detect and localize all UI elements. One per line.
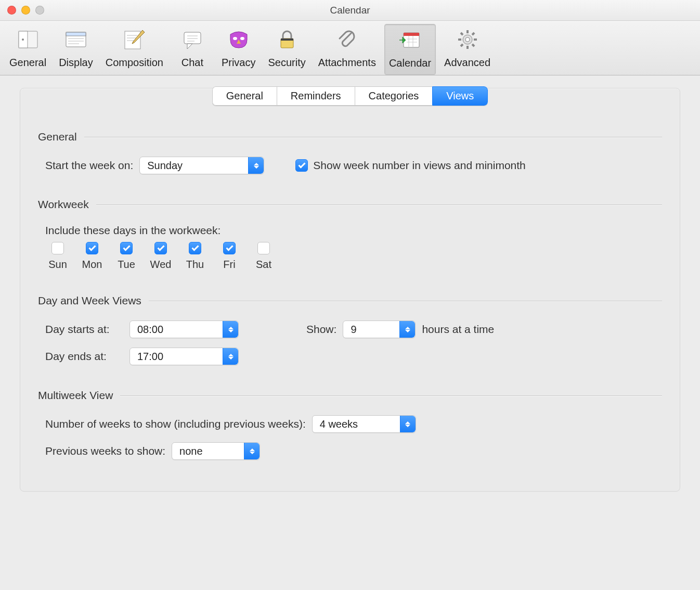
section-title: Multiweek View xyxy=(38,389,120,402)
subtab-reminders[interactable]: Reminders xyxy=(277,86,355,106)
toolbar-label: Privacy xyxy=(222,57,256,69)
subtab-bar: General Reminders Categories Views xyxy=(212,86,488,106)
show-hours-select[interactable]: 9 xyxy=(343,320,416,338)
toolbar-label: Attachments xyxy=(318,57,376,69)
workweek-day-sun[interactable] xyxy=(51,242,64,254)
svg-marker-14 xyxy=(187,44,192,49)
chevron-updown-icon xyxy=(223,348,238,365)
paperclip-icon xyxy=(334,27,359,55)
toolbar-label: Chat xyxy=(182,57,203,69)
subtab-categories[interactable]: Categories xyxy=(355,86,433,106)
workweek-days: Sun Mon Tue Wed Thu Fri xyxy=(45,242,662,271)
prev-weeks-select[interactable]: none xyxy=(172,442,260,460)
toolbar-display[interactable]: Display xyxy=(55,24,97,75)
svg-line-36 xyxy=(461,44,463,46)
day-ends-value: 17:00 xyxy=(137,351,163,363)
num-weeks-value: 4 weeks xyxy=(320,418,358,430)
day-starts-label: Day starts at: xyxy=(45,323,123,336)
window-icon xyxy=(63,27,88,55)
section-title: Day and Week Views xyxy=(38,294,149,307)
svg-line-37 xyxy=(472,33,474,35)
subtab-views[interactable]: Views xyxy=(432,86,488,106)
start-week-select[interactable]: Sunday xyxy=(139,157,264,174)
toolbar-advanced[interactable]: Advanced xyxy=(440,24,495,75)
show-hours-after: hours at a time xyxy=(422,323,494,336)
toolbar-label: Advanced xyxy=(444,57,490,69)
workweek-include-label: Include these days in the workweek: xyxy=(45,224,221,237)
prev-weeks-value: none xyxy=(179,445,203,457)
toolbar-calendar[interactable]: Calendar xyxy=(384,24,436,75)
show-hours-value: 9 xyxy=(351,324,356,336)
section-dayweek-header: Day and Week Views xyxy=(38,294,662,307)
titlebar: Calendar xyxy=(0,0,700,21)
toolbar-label: General xyxy=(9,57,46,69)
day-starts-select[interactable]: 08:00 xyxy=(129,320,239,338)
toolbar-privacy[interactable]: Privacy xyxy=(217,24,260,75)
day-label: Mon xyxy=(82,259,102,271)
toolbar-general[interactable]: General xyxy=(5,24,50,75)
day-ends-select[interactable]: 17:00 xyxy=(129,348,239,365)
chevron-updown-icon xyxy=(244,443,260,459)
start-week-value: Sunday xyxy=(147,160,183,172)
mask-icon xyxy=(226,27,251,55)
day-label: Wed xyxy=(150,259,172,271)
workweek-day-tue[interactable] xyxy=(120,242,133,254)
chevron-updown-icon xyxy=(248,157,264,174)
svg-point-19 xyxy=(240,37,244,40)
section-title: Workweek xyxy=(38,198,96,211)
svg-point-38 xyxy=(465,37,470,42)
num-weeks-select[interactable]: 4 weeks xyxy=(312,415,416,433)
day-label: Tue xyxy=(118,259,135,271)
day-label: Fri xyxy=(223,259,235,271)
prev-weeks-label: Previous weeks to show: xyxy=(45,445,165,457)
show-week-number-checkbox[interactable]: Show week number in views and minimonth xyxy=(295,159,526,172)
day-label: Sun xyxy=(48,259,67,271)
toolbar-composition[interactable]: Composition xyxy=(101,24,167,75)
start-week-label: Start the week on: xyxy=(45,159,133,172)
section-multiweek-header: Multiweek View xyxy=(38,389,662,402)
chevron-updown-icon xyxy=(399,321,415,338)
gear-icon xyxy=(455,27,480,55)
svg-rect-13 xyxy=(184,32,201,44)
chevron-updown-icon xyxy=(223,321,238,338)
preferences-card: General Reminders Categories Views Gener… xyxy=(20,88,680,492)
svg-line-35 xyxy=(472,44,474,46)
chevron-updown-icon xyxy=(400,416,416,432)
day-label: Sat xyxy=(256,259,271,271)
section-title: General xyxy=(38,131,84,143)
workweek-day-thu[interactable] xyxy=(189,242,201,254)
calendar-icon xyxy=(397,28,422,55)
toolbar-chat[interactable]: Chat xyxy=(172,24,213,75)
day-starts-value: 08:00 xyxy=(137,324,163,336)
svg-rect-4 xyxy=(66,32,86,36)
switch-icon xyxy=(16,27,41,55)
toolbar-label: Calendar xyxy=(389,57,431,69)
workweek-day-fri[interactable] xyxy=(223,242,236,254)
svg-rect-21 xyxy=(281,39,293,41)
compose-icon xyxy=(122,27,147,55)
toolbar-label: Security xyxy=(268,57,305,69)
day-label: Thu xyxy=(186,259,204,271)
toolbar-security[interactable]: Security xyxy=(264,24,309,75)
svg-point-18 xyxy=(233,37,237,40)
window-title: Calendar xyxy=(0,5,700,16)
show-hours-label: Show: xyxy=(306,323,336,336)
day-ends-label: Day ends at: xyxy=(45,350,123,363)
chat-icon xyxy=(180,27,205,55)
toolbar-label: Display xyxy=(59,57,93,69)
svg-line-34 xyxy=(461,33,463,35)
workweek-day-wed[interactable] xyxy=(154,242,167,254)
section-general-header: General xyxy=(38,131,662,143)
subtab-general[interactable]: General xyxy=(212,86,277,106)
workweek-day-mon[interactable] xyxy=(86,242,98,254)
workweek-day-sat[interactable] xyxy=(257,242,270,254)
lock-icon xyxy=(275,27,300,55)
toolbar-attachments[interactable]: Attachments xyxy=(314,24,380,75)
toolbar-label: Composition xyxy=(106,57,163,69)
show-week-number-label: Show week number in views and minimonth xyxy=(313,159,526,172)
svg-rect-23 xyxy=(404,33,419,36)
preferences-toolbar: General Display Composition Chat Privacy… xyxy=(0,21,700,75)
svg-rect-8 xyxy=(125,31,140,49)
section-workweek-header: Workweek xyxy=(38,198,662,211)
num-weeks-label: Number of weeks to show (including previ… xyxy=(45,418,306,430)
